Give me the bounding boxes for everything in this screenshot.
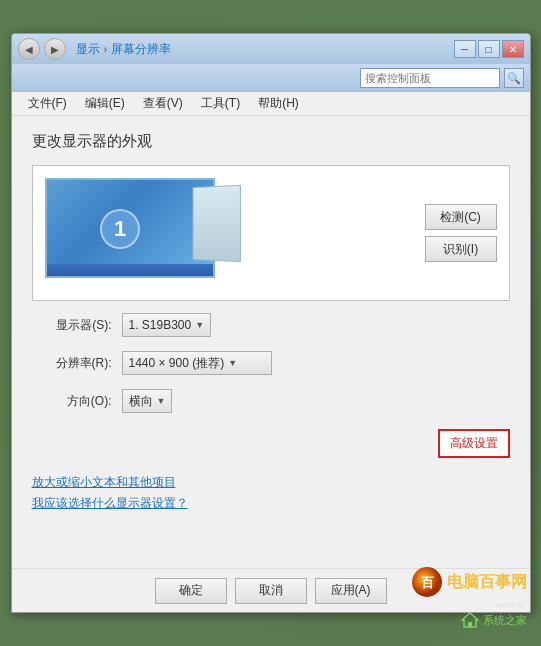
- links-area: 放大或缩小文本和其他项目 我应该选择什么显示器设置？: [32, 474, 510, 512]
- ok-button[interactable]: 确定: [155, 578, 227, 604]
- menu-edit[interactable]: 编辑(E): [77, 93, 133, 114]
- close-icon: ✕: [509, 44, 517, 55]
- menu-tools[interactable]: 工具(T): [193, 93, 248, 114]
- orientation-arrow: ▼: [157, 396, 166, 406]
- main-window: ◀ ▶ 显示 › 屏幕分辨率 ─ □ ✕: [11, 33, 531, 613]
- identify-button[interactable]: 识别(I): [425, 236, 497, 262]
- monitor-panel: 1 检测(C) 识别(I): [32, 165, 510, 301]
- monitor-side: [192, 185, 240, 263]
- resolution-select[interactable]: 1440 × 900 (推荐) ▼: [122, 351, 272, 375]
- back-icon: ◀: [25, 44, 33, 55]
- display-row: 显示器(S): 1. S19B300 ▼: [32, 311, 510, 339]
- display-value: 1. S19B300: [129, 318, 192, 332]
- cancel-button[interactable]: 取消: [235, 578, 307, 604]
- screen-taskbar: [47, 264, 213, 276]
- search-input[interactable]: [360, 68, 500, 88]
- link-choose[interactable]: 我应该选择什么显示器设置？: [32, 495, 510, 512]
- content-area: 更改显示器的外观 1 检测(C) 识: [12, 116, 530, 568]
- display-select[interactable]: 1. S19B300 ▼: [122, 313, 212, 337]
- forward-icon: ▶: [51, 44, 59, 55]
- monitor-number: 1: [100, 209, 140, 249]
- minimize-icon: ─: [461, 44, 468, 55]
- display-label: 显示器(S):: [32, 317, 112, 334]
- detect-button[interactable]: 检测(C): [425, 204, 497, 230]
- menu-file[interactable]: 文件(F): [20, 93, 75, 114]
- apply-button[interactable]: 应用(A): [315, 578, 387, 604]
- link-zoom[interactable]: 放大或缩小文本和其他项目: [32, 474, 510, 491]
- menu-help[interactable]: 帮助(H): [250, 93, 307, 114]
- title-bar-left: ◀ ▶ 显示 › 屏幕分辨率: [18, 38, 172, 60]
- resolution-value: 1440 × 900 (推荐): [129, 355, 225, 372]
- search-button[interactable]: 🔍: [504, 68, 524, 88]
- orientation-value: 横向: [129, 393, 153, 410]
- window-controls: ─ □ ✕: [454, 40, 524, 58]
- orientation-label: 方向(O):: [32, 393, 112, 410]
- svg-rect-3: [468, 622, 472, 627]
- forward-button[interactable]: ▶: [44, 38, 66, 60]
- watermark-sub: 系统之家: [483, 613, 527, 628]
- advanced-area: 高级设置: [32, 429, 510, 458]
- resolution-row: 分辨率(R): 1440 × 900 (推荐) ▼: [32, 349, 510, 377]
- close-button[interactable]: ✕: [502, 40, 524, 58]
- watermark-top: 百 电脑百事网: [411, 566, 527, 598]
- watermark-logo-icon: 百: [411, 566, 443, 598]
- watermark-url: www.w: [495, 600, 527, 610]
- breadcrumb-sep: ›: [104, 43, 108, 55]
- orientation-select[interactable]: 横向 ▼: [122, 389, 173, 413]
- search-bar: 🔍: [12, 64, 530, 92]
- monitor-display: 1: [45, 178, 225, 288]
- resolution-label: 分辨率(R):: [32, 355, 112, 372]
- menu-view[interactable]: 查看(V): [135, 93, 191, 114]
- house-icon: [461, 612, 479, 628]
- title-bar: ◀ ▶ 显示 › 屏幕分辨率 ─ □ ✕: [12, 34, 530, 64]
- breadcrumb: 显示 › 屏幕分辨率: [76, 41, 172, 58]
- resolution-arrow: ▼: [228, 358, 237, 368]
- orientation-row: 方向(O): 横向 ▼: [32, 387, 510, 415]
- maximize-icon: □: [485, 44, 491, 55]
- svg-text:百: 百: [421, 575, 435, 590]
- menu-bar: 文件(F) 编辑(E) 查看(V) 工具(T) 帮助(H): [12, 92, 530, 116]
- watermark-site: 电脑百事网: [447, 572, 527, 593]
- minimize-button[interactable]: ─: [454, 40, 476, 58]
- back-button[interactable]: ◀: [18, 38, 40, 60]
- page-title: 更改显示器的外观: [32, 132, 510, 151]
- breadcrumb-display[interactable]: 显示: [76, 41, 100, 58]
- monitor-image: 1: [45, 178, 225, 288]
- maximize-button[interactable]: □: [478, 40, 500, 58]
- monitor-buttons: 检测(C) 识别(I): [425, 204, 497, 262]
- advanced-button[interactable]: 高级设置: [438, 429, 510, 458]
- search-icon: 🔍: [507, 72, 521, 85]
- watermark: 百 电脑百事网 www.w 系统之家: [411, 566, 527, 628]
- watermark-sub-row: 系统之家: [461, 612, 527, 628]
- breadcrumb-resolution[interactable]: 屏幕分辨率: [111, 41, 171, 58]
- display-arrow: ▼: [195, 320, 204, 330]
